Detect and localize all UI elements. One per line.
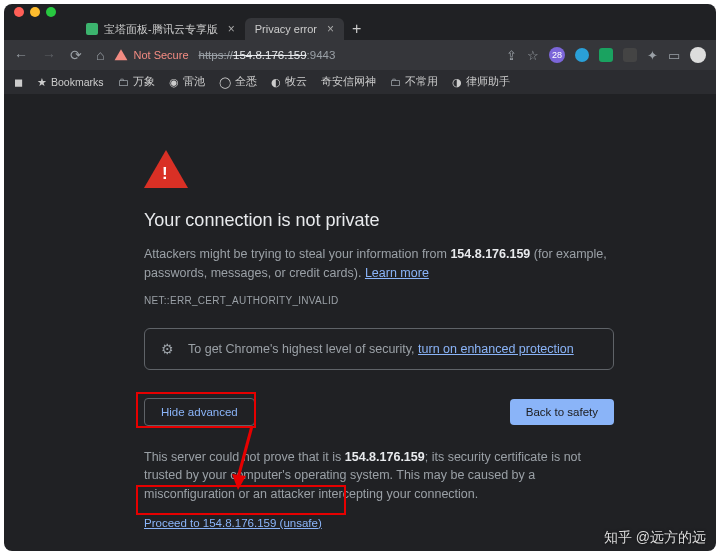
home-icon[interactable]: ⌂ — [96, 47, 104, 63]
bookmark-item[interactable]: 🗀 不常用 — [390, 75, 438, 89]
share-icon[interactable]: ⇪ — [506, 48, 517, 63]
browser-window: 宝塔面板-腾讯云专享版 × Privacy error × + ← → ⟳ ⌂ … — [4, 4, 716, 551]
tab-close-icon[interactable]: × — [327, 22, 334, 36]
button-row: Hide advanced Back to safety — [144, 398, 614, 426]
watermark: 知乎 @远方的远 — [604, 529, 706, 547]
back-icon[interactable]: ← — [14, 47, 28, 63]
bookmarks-bar: ◼ ★ Bookmarks 🗀 万象 ◉ 雷池 ◯ 全悉 ◐ 牧云 奇安信网神 … — [4, 70, 716, 94]
error-code: NET::ERR_CERT_AUTHORITY_INVALID — [144, 295, 716, 306]
bookmark-star-icon[interactable]: ☆ — [527, 48, 539, 63]
extension-icon[interactable] — [599, 48, 613, 62]
bookmark-item[interactable]: ◐ 牧云 — [271, 75, 307, 89]
learn-more-link[interactable]: Learn more — [365, 266, 429, 280]
apps-icon[interactable]: ◼ — [14, 76, 23, 88]
tab-0[interactable]: 宝塔面板-腾讯云专享版 × — [76, 18, 245, 41]
enhanced-protection-link[interactable]: turn on enhanced protection — [418, 342, 574, 356]
extension-badge[interactable]: 28 — [549, 47, 565, 63]
proceed-unsafe-link[interactable]: Proceed to 154.8.176.159 (unsafe) — [144, 517, 322, 529]
url-host: 154.8.176.159 — [233, 49, 307, 61]
extension-icon[interactable] — [623, 48, 637, 62]
minimize-window[interactable] — [30, 7, 40, 17]
advanced-paragraph: This server could not prove that it is 1… — [144, 448, 614, 504]
tab-strip: 宝塔面板-腾讯云专享版 × Privacy error × + — [4, 14, 716, 40]
host-strong: 154.8.176.159 — [345, 450, 425, 464]
new-tab-button[interactable]: + — [344, 20, 369, 38]
lightbulb-icon: ⚙ — [161, 341, 174, 357]
url-port: :9443 — [307, 49, 336, 61]
toolbar-right: ⇪ ☆ 28 ✦ ▭ — [506, 47, 706, 63]
url-prefix: https:// — [199, 49, 234, 61]
reload-icon[interactable]: ⟳ — [70, 47, 82, 63]
bookmark-item[interactable]: 🗀 万象 — [118, 75, 155, 89]
error-page: Your connection is not private Attackers… — [4, 94, 716, 530]
extensions-menu-icon[interactable]: ✦ — [647, 48, 658, 63]
folder-icon: 🗀 — [118, 76, 129, 88]
enhanced-protection-box: ⚙ To get Chrome's highest level of secur… — [144, 328, 614, 370]
maximize-window[interactable] — [46, 7, 56, 17]
page-heading: Your connection is not private — [144, 210, 716, 231]
tab-close-icon[interactable]: × — [228, 22, 235, 36]
bookmark-item[interactable]: ◯ 全悉 — [219, 75, 257, 89]
warning-paragraph: Attackers might be trying to steal your … — [144, 245, 614, 283]
not-secure-label: Not Secure — [133, 49, 188, 61]
tab-title: Privacy error — [255, 23, 317, 35]
promo-text: To get Chrome's highest level of securit… — [188, 342, 574, 356]
panel-icon[interactable]: ▭ — [668, 48, 680, 63]
warning-triangle-icon — [144, 150, 188, 188]
tab-title: 宝塔面板-腾讯云专享版 — [104, 22, 218, 37]
title-bar — [4, 4, 716, 14]
address-bar[interactable]: https://154.8.176.159:9443 — [199, 49, 336, 61]
tab-1[interactable]: Privacy error × — [245, 18, 344, 40]
back-to-safety-button[interactable]: Back to safety — [510, 399, 614, 425]
extension-icon[interactable] — [575, 48, 589, 62]
bookmark-item[interactable]: ◑ 律师助手 — [452, 75, 510, 89]
forward-icon[interactable]: → — [42, 47, 56, 63]
folder-icon: 🗀 — [390, 76, 401, 88]
host-strong: 154.8.176.159 — [450, 247, 530, 261]
security-indicator[interactable]: Not Secure — [114, 48, 188, 62]
profile-avatar[interactable] — [690, 47, 706, 63]
bookmark-item[interactable]: ★ Bookmarks — [37, 76, 104, 88]
bookmark-item[interactable]: ◉ 雷池 — [169, 75, 205, 89]
toolbar: ← → ⟳ ⌂ Not Secure https://154.8.176.159… — [4, 40, 716, 70]
hide-advanced-button[interactable]: Hide advanced — [144, 398, 255, 426]
bookmark-item[interactable]: 奇安信网神 — [321, 75, 376, 89]
favicon-icon — [86, 23, 98, 35]
close-window[interactable] — [14, 7, 24, 17]
warning-triangle-icon — [114, 48, 128, 62]
